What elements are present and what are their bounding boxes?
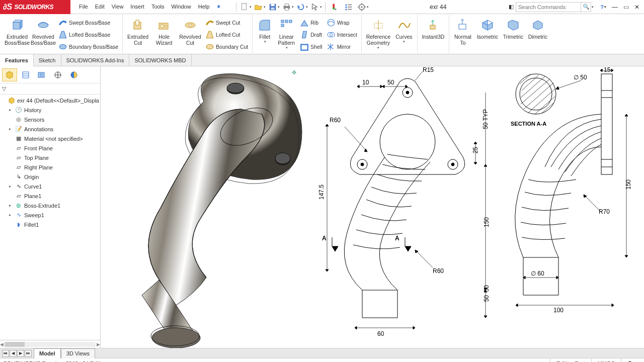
maximize-button[interactable]: ▭ xyxy=(621,3,631,12)
shell-button[interactable]: Shell xyxy=(298,41,324,52)
tree-scrollbar[interactable]: ◀ ▶ xyxy=(0,340,100,348)
main-menu: File Edit View Insert Tools Window Help … xyxy=(75,4,224,10)
dimxpert-tab[interactable] xyxy=(50,68,65,81)
tree-root[interactable]: exr 44 (Default<<Default>_Displa xyxy=(0,96,100,105)
graphics-viewport[interactable]: ✥ xyxy=(101,66,644,348)
fillet-button[interactable]: Fillet▾ xyxy=(255,15,275,52)
mirror-button[interactable]: Mirror xyxy=(325,41,359,52)
property-manager-tab[interactable] xyxy=(18,68,33,81)
wrap-button[interactable]: Wrap xyxy=(325,17,359,28)
dim-r70: R70 xyxy=(599,208,610,215)
search-commands: ◧ 🔍 ▾ xyxy=(507,2,594,12)
linear-pattern-button[interactable]: Linear Pattern▾ xyxy=(275,15,298,52)
tab-addins[interactable]: SOLIDWORKS Add-Ins xyxy=(61,54,130,66)
tab-nav-first[interactable]: ⏮ xyxy=(2,350,9,357)
menu-help[interactable]: Help xyxy=(195,4,213,10)
menu-pin-icon[interactable]: ✷ xyxy=(213,4,224,10)
boundary-boss-button[interactable]: Boundary Boss/Base xyxy=(56,41,120,52)
hole-wizard-button[interactable]: Hole Wizard xyxy=(151,15,177,52)
tree-sweep1[interactable]: ▸∿Sweep1 xyxy=(0,210,100,220)
tree-right-plane[interactable]: ▱Right Plane xyxy=(0,162,100,172)
search-icon[interactable]: 🔍 xyxy=(581,2,591,12)
tab-nav-next[interactable]: ▶ xyxy=(17,350,24,357)
feature-tree[interactable]: exr 44 (Default<<Default>_Displa ▸🕑Histo… xyxy=(0,95,100,340)
tab-sketch[interactable]: Sketch xyxy=(34,54,61,66)
undo-button[interactable]: ▾ xyxy=(295,2,308,13)
draft-button[interactable]: Draft xyxy=(298,29,324,40)
swept-boss-button[interactable]: Swept Boss/Base xyxy=(56,17,120,28)
dim-r60a: R60 xyxy=(330,117,341,124)
revolved-cut-button[interactable]: Revolved Cut xyxy=(177,15,203,52)
tree-material[interactable]: ▦Material <not specified> xyxy=(0,134,100,143)
new-doc-button[interactable]: ▾ xyxy=(239,2,252,13)
select-button[interactable]: ▾ xyxy=(309,2,323,13)
dim-50c: 50 xyxy=(483,285,490,292)
tree-plane1[interactable]: ▱Plane1 xyxy=(0,191,100,201)
tab-mbd[interactable]: SOLIDWORKS MBD xyxy=(129,54,191,66)
options-list-button[interactable] xyxy=(342,2,355,13)
curves-button[interactable]: Curves▾ xyxy=(393,15,415,52)
open-doc-button[interactable]: ▾ xyxy=(253,2,266,13)
tree-front-plane[interactable]: ▱Front Plane xyxy=(0,143,100,153)
extruded-boss-button[interactable]: Extruded Boss/Base xyxy=(4,15,30,52)
normal-to-button[interactable]: Normal To xyxy=(451,15,474,52)
tree-annotations[interactable]: ▸📝Annotations xyxy=(0,124,100,134)
tree-history[interactable]: ▸🕑History xyxy=(0,105,100,115)
feature-tree-panel: ▽ exr 44 (Default<<Default>_Displa ▸🕑His… xyxy=(0,66,101,348)
minimize-button[interactable]: — xyxy=(610,3,620,12)
display-manager-tab[interactable] xyxy=(66,68,82,81)
search-input[interactable] xyxy=(516,2,581,12)
menu-window[interactable]: Window xyxy=(168,4,195,10)
svg-point-58 xyxy=(275,153,290,164)
filter-icon[interactable]: ▽ xyxy=(2,85,6,92)
save-button[interactable]: ▾ xyxy=(267,2,280,13)
tree-sensors[interactable]: ◎Sensors xyxy=(0,115,100,124)
tree-curve1[interactable]: ▸∿Curve1 xyxy=(0,182,100,191)
status-units[interactable]: MMGS xyxy=(591,358,621,362)
lofted-boss-button[interactable]: Lofted Boss/Base xyxy=(56,29,120,40)
print-button[interactable]: ▾ xyxy=(281,2,294,13)
isometric-button[interactable]: Isometric xyxy=(474,15,501,52)
feature-manager-tab[interactable] xyxy=(2,68,17,81)
instant3d-button[interactable]: Instant3D xyxy=(420,15,447,52)
tab-3dviews[interactable]: 3D Views xyxy=(61,348,95,358)
svg-point-65 xyxy=(361,163,364,166)
ref-geometry-button[interactable]: Reference Geometry▾ xyxy=(364,15,393,52)
svg-line-89 xyxy=(535,97,555,114)
tab-model[interactable]: Model xyxy=(34,348,61,358)
svg-point-63 xyxy=(406,91,409,94)
svg-point-28 xyxy=(160,25,164,28)
settings-button[interactable]: ▾ xyxy=(356,2,369,13)
extruded-cut-button[interactable]: Extruded Cut xyxy=(125,15,151,52)
rebuild-button[interactable] xyxy=(328,2,341,13)
menu-edit[interactable]: Edit xyxy=(92,4,108,10)
dimetric-button[interactable]: Dimetric xyxy=(526,15,550,52)
tab-nav-prev[interactable]: ◀ xyxy=(10,350,17,357)
lofted-cut-button[interactable]: Lofted Cut xyxy=(203,29,250,40)
svg-rect-26 xyxy=(136,20,139,25)
menu-insert[interactable]: Insert xyxy=(127,4,148,10)
rib-button[interactable]: Rib xyxy=(298,17,324,28)
tree-fillet1[interactable]: ◗Fillet1 xyxy=(0,220,100,229)
tab-features[interactable]: Features xyxy=(0,54,34,66)
tab-nav-last[interactable]: ⏭ xyxy=(25,350,32,357)
svg-rect-6 xyxy=(285,8,288,10)
tree-boss-extrude1[interactable]: ▸◍Boss-Extrude1 xyxy=(0,201,100,210)
menu-view[interactable]: View xyxy=(108,4,127,10)
tree-origin[interactable]: ↳Origin xyxy=(0,172,100,182)
boundary-cut-button[interactable]: Boundary Cut xyxy=(203,41,250,52)
status-extras[interactable]: ⚙ xyxy=(621,358,641,362)
intersect-button[interactable]: Intersect xyxy=(325,29,359,40)
trimetric-button[interactable]: Trimetric xyxy=(501,15,526,52)
close-button[interactable]: ✕ xyxy=(632,3,642,12)
config-manager-tab[interactable] xyxy=(34,68,49,81)
menu-tools[interactable]: Tools xyxy=(148,4,168,10)
help-button[interactable]: ?▾ xyxy=(597,2,610,13)
dim-147-5: 147.5 xyxy=(318,185,325,200)
tree-top-plane[interactable]: ▱Top Plane xyxy=(0,153,100,162)
dim-50b: 50 xyxy=(483,295,490,302)
revolved-boss-button[interactable]: Revolved Boss/Base xyxy=(30,15,56,52)
search-dropdown[interactable]: ▾ xyxy=(592,5,594,9)
menu-file[interactable]: File xyxy=(75,4,92,10)
swept-cut-button[interactable]: Swept Cut xyxy=(203,17,250,28)
